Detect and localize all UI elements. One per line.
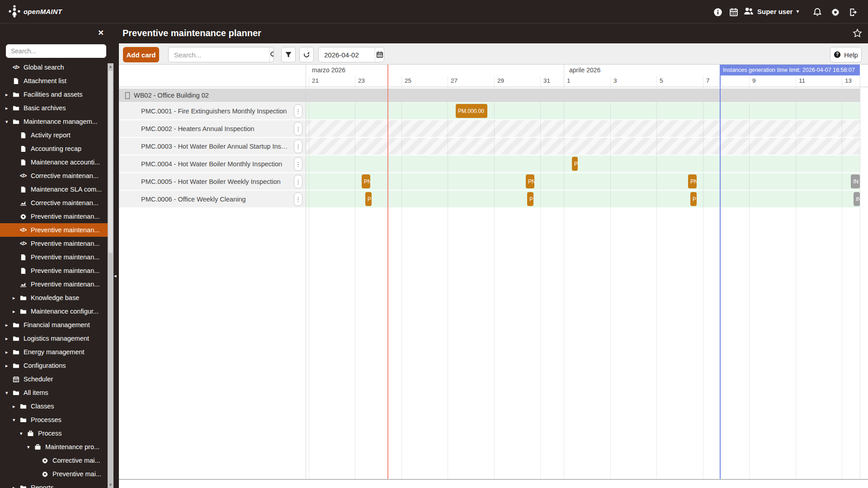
sidebar-item-label: Activity report	[31, 131, 71, 139]
help-label: Help	[844, 51, 858, 59]
sidebar-item[interactable]: ▸Reports	[0, 481, 108, 488]
sidebar-item[interactable]: ▸Logistics management	[0, 332, 108, 345]
sidebar-item[interactable]: Scheduler	[0, 372, 108, 386]
briefcase-icon	[34, 444, 44, 450]
sidebar-item[interactable]: Attachment list	[0, 74, 108, 88]
panel-collapse-icon[interactable]: ◂	[114, 273, 117, 279]
gantt-day-tick: 1	[567, 77, 571, 84]
gantt-track	[306, 138, 860, 155]
sidebar-item[interactable]: ▾Maintenance managem...	[0, 115, 108, 128]
sidebar-item[interactable]: Activity report	[0, 128, 108, 142]
gantt-gridline	[564, 76, 564, 479]
sidebar-item[interactable]: Preventive maintenan...	[0, 264, 108, 277]
filter-button[interactable]	[281, 47, 296, 62]
sidebar-item[interactable]: Preventive maintenan...	[0, 210, 108, 223]
gantt-bar[interactable]: P	[572, 157, 578, 171]
sidebar-item[interactable]: ▾Processes	[0, 413, 108, 427]
sidebar-item[interactable]: Preventive maintenan...	[0, 250, 108, 264]
gantt-bar[interactable]: P	[690, 192, 697, 206]
sidebar-item[interactable]: ▾Maintenance pro...	[0, 440, 108, 454]
gantt-track	[306, 191, 860, 207]
sidebar-item[interactable]: ▸Maintenance configur...	[0, 305, 108, 318]
gantt-bar[interactable]: IN	[851, 174, 860, 188]
gantt-bar[interactable]: P	[365, 192, 372, 206]
sidebar-item[interactable]: </>Global search	[0, 61, 108, 74]
funnel-icon	[285, 51, 292, 58]
gantt-gridline	[355, 76, 355, 479]
gantt-day-tick: 23	[358, 77, 365, 84]
gantt-gridline	[656, 76, 657, 479]
gantt-bar[interactable]: PN	[688, 174, 697, 188]
refresh-button[interactable]	[299, 47, 314, 62]
bell-icon[interactable]	[813, 8, 822, 17]
sidebar-item[interactable]: </>Corrective maintenan...	[0, 169, 108, 183]
gantt-bar[interactable]: PN	[362, 174, 370, 188]
gear-icon[interactable]	[831, 8, 840, 17]
sidebar-item[interactable]: Preventive maintenan...	[0, 277, 108, 291]
sidebar-item-label: Maintenance managem...	[24, 118, 98, 125]
briefcase-icon	[27, 430, 37, 437]
row-menu-button[interactable]: ⋮	[294, 104, 302, 118]
sidebar-item[interactable]: Maintenance accounti...	[0, 155, 108, 169]
gantt-day-tick: 29	[497, 77, 504, 84]
row-menu-button[interactable]: ⋮	[294, 140, 302, 153]
generation-limit-banner: Instances generation time limit: 2026-04…	[720, 65, 860, 75]
sidebar-item[interactable]: Accounting recap	[0, 142, 108, 155]
gantt-bar[interactable]: PN	[526, 174, 534, 188]
sidebar-item[interactable]: Maintenance SLA com...	[0, 183, 108, 196]
sidebar-item[interactable]: ▸Configurations	[0, 359, 108, 372]
gantt-gridline	[401, 76, 402, 479]
calendar-icon[interactable]	[729, 8, 738, 17]
question-icon	[834, 51, 841, 58]
sidebar-item[interactable]: ▸Financial management	[0, 318, 108, 332]
date-calendar-button[interactable]	[375, 47, 384, 62]
sidebar-item[interactable]: ▾Process	[0, 427, 108, 440]
scrollbar-thumb[interactable]	[108, 70, 113, 253]
openmaint-logo[interactable]: openMAINT	[8, 5, 62, 18]
sidebar-item[interactable]: Corrective maintenan...	[0, 196, 108, 210]
user-name: Super user	[757, 8, 793, 15]
sidebar-item-label: Preventive maintenan...	[31, 281, 99, 288]
row-menu-button[interactable]: ⋮	[294, 122, 302, 136]
building-icon	[125, 92, 130, 99]
toolbar: Add card × Help	[119, 43, 868, 64]
info-icon[interactable]	[713, 8, 722, 17]
sidebar-item[interactable]: ▸Basic archives	[0, 101, 108, 115]
row-menu-button[interactable]: ⋮	[294, 157, 302, 171]
search-button[interactable]	[269, 47, 274, 62]
gantt-bar[interactable]: PM.000.00	[456, 104, 487, 118]
folder-icon	[20, 403, 29, 410]
gantt-bar[interactable]: P	[527, 192, 533, 206]
card-search-input[interactable]	[169, 47, 269, 62]
calendar-icon	[376, 51, 383, 58]
sidebar-item[interactable]: ▸Classes	[0, 399, 108, 413]
gantt-gridline	[749, 76, 750, 479]
sidebar-item[interactable]: ▾All items	[0, 386, 108, 399]
sidebar-item[interactable]: Corrective mai...	[0, 454, 108, 467]
gantt-bar[interactable]: IN	[854, 192, 860, 206]
gantt-group-row[interactable]: WB02 - Office Building 02	[119, 89, 860, 102]
row-menu-button[interactable]: ⋮	[294, 192, 302, 206]
scrollbar-up-icon[interactable]: ▲	[108, 63, 113, 70]
sidebar-item[interactable]: </>Preventive maintenan...	[0, 237, 108, 250]
chevron-right-icon: ▸	[5, 322, 13, 328]
logout-icon[interactable]	[849, 8, 858, 17]
row-menu-button[interactable]: ⋮	[294, 175, 302, 188]
date-input[interactable]	[319, 47, 375, 62]
sidebar-item[interactable]: ▸Energy management	[0, 345, 108, 359]
favorite-star-icon[interactable]	[853, 28, 862, 38]
refresh-icon	[303, 51, 310, 58]
sidebar-item-label: Configurations	[24, 362, 66, 369]
sidebar-item[interactable]: </>Preventive maintenan...	[0, 223, 108, 237]
file-icon	[20, 186, 29, 193]
help-button[interactable]: Help	[830, 47, 862, 62]
sidebar-item[interactable]: ▸Facilities and assets	[0, 88, 108, 101]
user-menu[interactable]: Super user ▾	[744, 6, 799, 16]
chevron-down-icon: ▾	[20, 431, 27, 436]
chevron-down-icon: ▾	[5, 390, 13, 396]
gantt-row-label-text: PMC.0006 - Office Weekly Cleaning	[141, 196, 288, 203]
scrollbar-down-icon[interactable]: ▼	[108, 482, 113, 488]
add-card-button[interactable]: Add card	[123, 47, 159, 62]
sidebar-item[interactable]: ▸Knowledge base	[0, 291, 108, 305]
sidebar-item[interactable]: Preventive mai...	[0, 467, 108, 481]
